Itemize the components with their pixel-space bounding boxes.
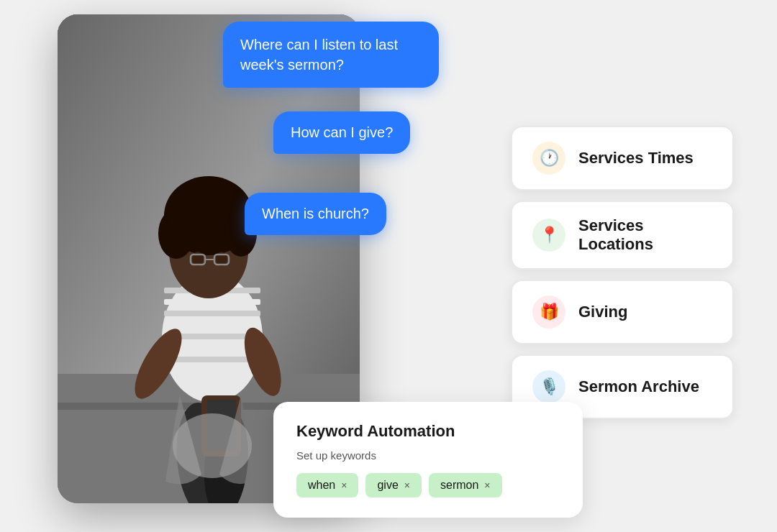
keyword-tag-give[interactable]: give × xyxy=(365,473,422,497)
chat-text-3: When is church? xyxy=(262,206,369,221)
keyword-tag-sermon[interactable]: sermon × xyxy=(429,473,502,497)
chat-bubble-sermon: Where can I listen to last week's sermon… xyxy=(223,22,439,88)
chat-text-1: Where can I listen to last week's sermon… xyxy=(240,37,398,73)
menu-item-services-times[interactable]: 🕐 Services Times xyxy=(511,126,734,191)
keyword-sermon-remove[interactable]: × xyxy=(484,480,490,491)
keyword-tags-container: when × give × sermon × xyxy=(296,473,560,497)
svg-rect-8 xyxy=(164,299,260,305)
services-locations-label: Services Locations xyxy=(578,216,712,254)
keyword-automation-card: Keyword Automation Set up keywords when … xyxy=(273,402,583,518)
svg-rect-13 xyxy=(164,357,260,362)
sermon-archive-label: Sermon Archive xyxy=(578,377,699,396)
giving-label: Giving xyxy=(578,303,627,321)
svg-rect-9 xyxy=(164,311,260,316)
svg-point-20 xyxy=(158,208,194,259)
main-container: Where can I listen to last week's sermon… xyxy=(0,0,777,532)
clock-icon: 🕐 xyxy=(532,142,565,175)
keyword-card-subtitle: Set up keywords xyxy=(296,449,560,462)
menu-item-services-locations[interactable]: 📍 Services Locations xyxy=(511,201,734,270)
chat-text-2: How can I give? xyxy=(291,124,393,140)
keyword-when-remove[interactable]: × xyxy=(341,480,347,491)
svg-rect-10 xyxy=(164,322,260,328)
services-times-label: Services Times xyxy=(578,149,694,168)
microphone-icon: 🎙️ xyxy=(532,370,565,403)
chat-bubble-church: When is church? xyxy=(245,193,386,235)
menu-item-giving[interactable]: 🎁 Giving xyxy=(511,280,734,344)
keyword-when-text: when xyxy=(308,479,335,492)
keyword-give-remove[interactable]: × xyxy=(404,480,410,491)
keyword-card-title: Keyword Automation xyxy=(296,422,560,441)
keyword-give-text: give xyxy=(377,479,398,492)
menu-items-list: 🕐 Services Times 📍 Services Locations 🎁 … xyxy=(511,126,734,419)
keyword-tag-when[interactable]: when × xyxy=(296,473,358,497)
keyword-sermon-text: sermon xyxy=(440,479,478,492)
svg-point-27 xyxy=(173,413,252,478)
chat-bubble-give: How can I give? xyxy=(273,111,410,154)
gift-icon: 🎁 xyxy=(532,295,565,329)
location-icon: 📍 xyxy=(532,219,565,252)
